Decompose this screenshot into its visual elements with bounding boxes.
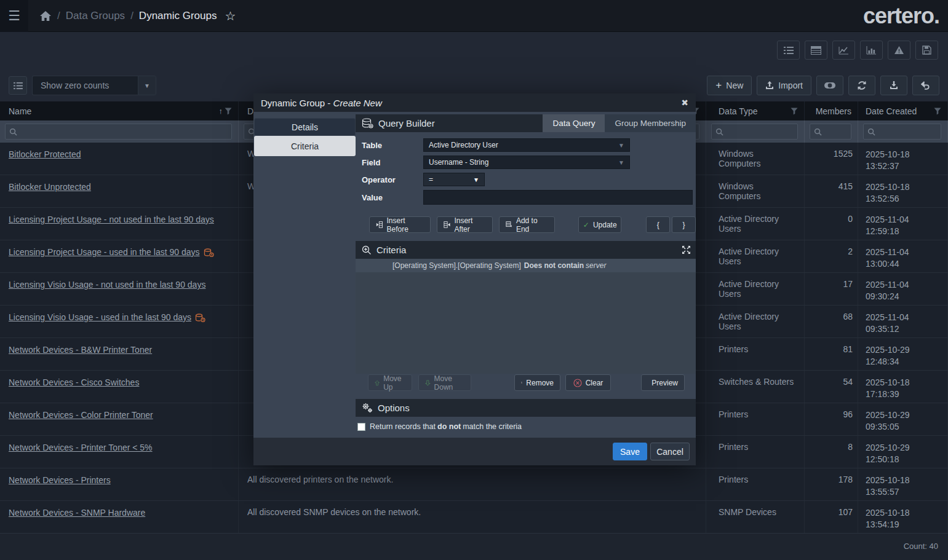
open-brace-button[interactable]: { (646, 216, 670, 233)
clear-button[interactable]: Clear (565, 374, 611, 391)
sort-ascending-icon: ↑ (219, 106, 223, 116)
date-created-search-input[interactable] (878, 127, 941, 136)
tab-details[interactable]: Details (254, 118, 356, 136)
modal-content: Query Builder Data Query Group Membershi… (356, 114, 696, 434)
home-icon[interactable] (39, 10, 52, 22)
check-icon: ✓ (583, 221, 589, 229)
update-button[interactable]: ✓ Update (578, 216, 621, 233)
operator-select[interactable]: = ▼ (423, 173, 485, 186)
row-date-created: 2025-10-1813:52:56 (858, 175, 948, 207)
filter-icon (791, 108, 798, 115)
search-cell-name (0, 120, 239, 143)
list-icon-button[interactable] (9, 76, 27, 95)
close-brace-button[interactable]: } (672, 216, 696, 233)
column-header-members[interactable]: Members (805, 101, 858, 120)
menu-icon[interactable]: ☰ (0, 0, 28, 32)
members-search-input[interactable] (824, 127, 851, 136)
query-builder-header: Query Builder Data Query Group Membershi… (356, 114, 696, 132)
group-name-link[interactable]: Licensing Project Usage - not used in th… (9, 215, 214, 224)
cancel-button[interactable]: Cancel (650, 443, 690, 460)
table-row[interactable]: Network Devices - Printers All discovere… (0, 468, 948, 501)
query-builder-tabs: Data Query Group Membership (543, 114, 696, 132)
row-members: 1525 (805, 143, 858, 175)
expand-icon[interactable] (682, 245, 691, 254)
criteria-list: [Operating System].[Operating System]Doe… (356, 259, 696, 374)
remove-button[interactable]: Remove (514, 374, 560, 391)
criteria-section: Criteria [Operating System].[Operating S… (356, 241, 696, 374)
view-toolbar (777, 41, 938, 60)
options-section: Options Return records thatdo notmatch t… (356, 399, 696, 434)
list-view-button[interactable] (777, 41, 800, 60)
refresh-button[interactable] (848, 76, 875, 95)
group-name-link[interactable]: Network Devices - SNMP Hardware (9, 508, 145, 518)
plus-icon: + (715, 79, 722, 92)
row-date-created: 2025-11-0413:00:44 (858, 240, 948, 272)
not-match-checkbox[interactable] (357, 423, 365, 431)
row-date-created: 2025-10-2912:50:18 (858, 436, 948, 468)
operator-label: Operator (362, 175, 423, 184)
group-name-link[interactable]: Licensing Project Usage - used in the la… (9, 247, 200, 257)
group-name-link[interactable]: Network Devices - B&W Printer Toner (9, 345, 152, 355)
page-footer: Count: 40 (0, 533, 948, 560)
row-data-type: Printers (706, 468, 805, 500)
row-data-type: Windows Computers (706, 175, 805, 207)
group-name-link[interactable]: Network Devices - Printer Toner < 5% (9, 443, 153, 452)
criteria-row[interactable]: [Operating System].[Operating System]Doe… (356, 259, 696, 272)
group-name-link[interactable]: Bitlocker Unprotected (9, 182, 91, 192)
tab-criteria[interactable]: Criteria (254, 136, 356, 156)
row-date-created: 2025-11-0412:59:18 (858, 208, 948, 240)
bar-chart-button[interactable] (860, 41, 883, 60)
record-count: Count: 40 (904, 542, 938, 551)
group-name-link[interactable]: Licensing Visio Usage - not used in the … (9, 280, 205, 290)
import-button[interactable]: Import (757, 76, 811, 95)
search-icon (9, 128, 17, 136)
line-chart-button[interactable] (832, 41, 855, 60)
new-button[interactable]: + New (707, 76, 752, 95)
move-up-button[interactable]: Move Up (368, 374, 412, 391)
close-icon[interactable]: ✖ (681, 98, 688, 108)
favorite-star-icon[interactable]: ☆ (225, 9, 236, 23)
insert-after-button[interactable]: Insert After (437, 216, 493, 233)
query-builder-form: Table Active Directory User ▼ Field User… (356, 132, 696, 205)
field-label: Field (362, 158, 423, 167)
field-dropdown[interactable]: Username - String ▼ (423, 156, 630, 169)
search-cell-date-created (858, 120, 948, 143)
data-type-search-input[interactable] (726, 127, 797, 136)
group-name-link[interactable]: Network Devices - Color Printer Toner (9, 410, 153, 420)
tab-data-query[interactable]: Data Query (543, 114, 605, 132)
row-members: 2 (805, 240, 858, 272)
alert-button[interactable] (888, 41, 910, 60)
row-data-type: Printers (706, 403, 805, 435)
row-date-created: 2025-10-1813:52:37 (858, 143, 948, 175)
tab-group-membership[interactable]: Group Membership (605, 114, 696, 132)
download-button[interactable] (880, 76, 907, 95)
group-name-link[interactable]: Network Devices - Printers (9, 475, 111, 485)
preview-button[interactable]: Preview (641, 374, 685, 391)
group-name-link[interactable]: Bitlocker Protected (9, 149, 81, 159)
move-down-button[interactable]: Move Down (418, 374, 471, 391)
add-to-end-button[interactable]: Add to End (499, 216, 556, 233)
column-header-data-type[interactable]: Data Type (706, 101, 805, 120)
column-header-name[interactable]: Name ↑ (0, 101, 239, 120)
toggle-visibility-button[interactable] (816, 76, 843, 95)
save-view-button[interactable] (915, 41, 938, 60)
row-data-type: Windows Computers (706, 143, 805, 175)
group-name-link[interactable]: Licensing Visio Usage - used in the last… (9, 312, 191, 322)
undo-button[interactable] (912, 76, 939, 95)
breadcrumb-section[interactable]: Data Groups (66, 10, 125, 22)
value-input[interactable] (423, 190, 693, 205)
table-view-button[interactable] (805, 41, 827, 60)
row-members: 415 (805, 175, 858, 207)
zero-counts-dropdown[interactable]: Show zero counts (32, 76, 138, 95)
insert-before-button[interactable]: Insert Before (369, 216, 431, 233)
column-header-date-created[interactable]: Date Created (858, 101, 948, 120)
insert-button-row: Insert Before Insert After Add to End ✓ … (369, 216, 696, 233)
table-dropdown[interactable]: Active Directory User ▼ (423, 138, 630, 152)
name-search-input[interactable] (20, 127, 231, 136)
save-button[interactable]: Save (613, 443, 647, 460)
table-row[interactable]: Network Devices - SNMP Hardware All disc… (0, 501, 948, 534)
row-date-created: 2025-11-0409:30:24 (858, 273, 948, 305)
zero-counts-dropdown-arrow[interactable]: ▼ (138, 76, 156, 95)
row-data-type: Switches & Routers (706, 371, 805, 403)
group-name-link[interactable]: Network Devices - Cisco Switches (9, 377, 139, 387)
